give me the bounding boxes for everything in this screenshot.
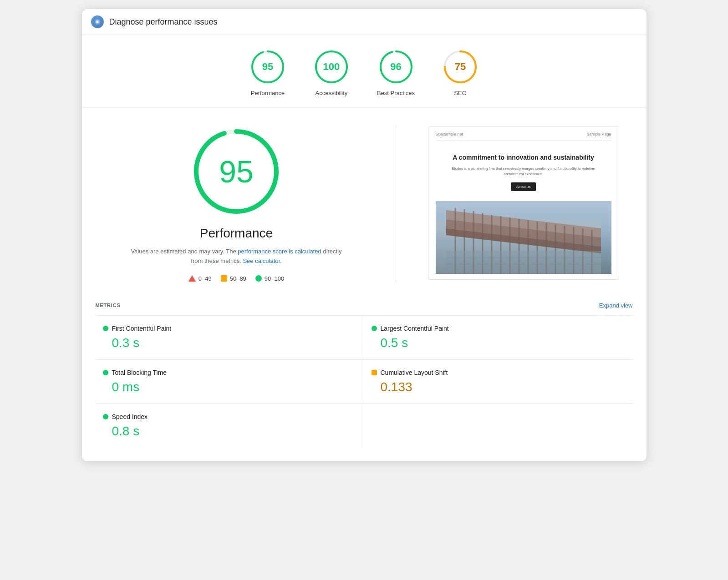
big-score-label: Performance	[200, 226, 273, 241]
legend-red-label: 0–49	[199, 275, 212, 282]
legend-red-icon	[188, 275, 196, 282]
expand-view-button[interactable]: Expand view	[599, 302, 633, 309]
score-card-accessibility[interactable]: 100 Accessibility	[313, 49, 350, 96]
metric-cls-name-row: Cumulative Layout Shift	[372, 369, 626, 376]
ss-hero-section: A commitment to innovation and sustainab…	[436, 146, 611, 201]
metric-empty	[364, 404, 633, 448]
app-icon	[91, 15, 104, 28]
score-card-seo[interactable]: 75 SEO	[442, 49, 479, 96]
metric-cls-value: 0.133	[372, 380, 626, 394]
title-bar: Diagnose performance issues	[82, 9, 647, 35]
metric-fcp-label: First Contentful Paint	[112, 325, 172, 332]
score-card-performance[interactable]: 95 Performance	[249, 49, 286, 96]
legend-red-item: 0–49	[188, 275, 212, 282]
metric-tbt: Total Blocking Time 0 ms	[96, 360, 364, 404]
metrics-header: METRICS Expand view	[96, 296, 633, 316]
metric-si-name-row: Speed Index	[103, 413, 356, 420]
perf-description: Values are estimated and may vary. The p…	[127, 247, 346, 266]
desc-prefix: Values are estimated and may vary. The	[131, 248, 238, 255]
legend-green-label: 90–100	[265, 275, 284, 282]
metric-lcp-indicator	[372, 326, 377, 331]
score-cards-row: 95 Performance 100 Accessibility 9	[82, 35, 647, 107]
legend-green-icon	[255, 275, 262, 282]
score-value-seo: 75	[455, 61, 466, 73]
score-circle-performance: 95	[249, 49, 286, 85]
main-content: 95 Performance Values are estimated and …	[82, 108, 647, 296]
metrics-section-title: METRICS	[96, 303, 121, 308]
metric-si: Speed Index 0.8 s	[96, 404, 364, 448]
page-title: Diagnose performance issues	[109, 17, 218, 27]
svg-point-1	[96, 20, 99, 23]
legend-orange-label: 50–89	[230, 275, 246, 282]
big-score-circle: 95	[191, 126, 282, 217]
metric-lcp-name-row: Largest Contentful Paint	[372, 325, 626, 332]
screenshot-preview: wpexample.net Sample Page A commitment t…	[428, 126, 619, 280]
screenshot-content: wpexample.net Sample Page A commitment t…	[428, 126, 619, 279]
perf-score-link[interactable]: performance score is calculated	[238, 248, 321, 255]
metric-cls: Cumulative Layout Shift 0.133	[364, 360, 633, 404]
metric-lcp-label: Largest Contentful Paint	[381, 325, 449, 332]
ss-image-overlay	[436, 230, 611, 274]
metric-si-value: 0.8 s	[103, 424, 356, 439]
metric-si-label: Speed Index	[112, 413, 148, 420]
app-window: Diagnose performance issues 95 Performan…	[82, 9, 647, 461]
legend-green-item: 90–100	[255, 275, 284, 282]
metric-fcp: First Contentful Paint 0.3 s	[96, 316, 364, 360]
metric-tbt-name-row: Total Blocking Time	[103, 369, 356, 376]
ss-cta-btn: About us	[511, 182, 536, 191]
legend-row: 0–49 50–89 90–100	[188, 275, 284, 282]
metric-si-indicator	[103, 414, 108, 419]
legend-orange-icon	[221, 275, 227, 282]
metric-cls-indicator	[372, 370, 377, 375]
vertical-divider	[396, 126, 396, 282]
perf-left-panel: 95 Performance Values are estimated and …	[109, 126, 364, 282]
metric-lcp: Largest Contentful Paint 0.5 s	[364, 316, 633, 360]
metrics-grid: First Contentful Paint 0.3 s Largest Con…	[96, 316, 633, 448]
metric-tbt-value: 0 ms	[103, 380, 356, 394]
score-value-best-practices: 96	[390, 61, 401, 73]
score-circle-accessibility: 100	[313, 49, 350, 85]
screenshot-topbar: wpexample.net Sample Page	[436, 132, 611, 141]
score-label-seo: SEO	[454, 90, 466, 96]
ss-nav: Sample Page	[586, 132, 611, 136]
ss-domain: wpexample.net	[436, 132, 463, 136]
score-value-accessibility: 100	[323, 61, 340, 73]
metric-lcp-value: 0.5 s	[372, 336, 626, 350]
ss-hero-title: A commitment to innovation and sustainab…	[445, 153, 602, 162]
metric-tbt-indicator	[103, 370, 108, 375]
metric-tbt-label: Total Blocking Time	[112, 369, 167, 376]
big-score-value: 95	[219, 154, 254, 189]
score-circle-seo: 75	[442, 49, 479, 85]
calculator-link[interactable]: See calculator.	[243, 257, 281, 264]
metric-cls-label: Cumulative Layout Shift	[381, 369, 448, 376]
ss-hero-body: Études is a pioneering firm that seamles…	[445, 166, 602, 177]
metrics-section: METRICS Expand view First Contentful Pai…	[82, 296, 647, 461]
score-circle-best-practices: 96	[378, 49, 414, 85]
score-value-performance: 95	[262, 61, 273, 73]
metric-fcp-name-row: First Contentful Paint	[103, 325, 356, 332]
metric-fcp-value: 0.3 s	[103, 336, 356, 350]
ss-building-image	[436, 201, 611, 274]
score-label-accessibility: Accessibility	[316, 90, 348, 96]
score-card-best-practices[interactable]: 96 Best Practices	[377, 49, 415, 96]
score-label-best-practices: Best Practices	[377, 90, 415, 96]
legend-orange-item: 50–89	[221, 275, 246, 282]
score-label-performance: Performance	[251, 90, 285, 96]
metric-fcp-indicator	[103, 326, 108, 331]
